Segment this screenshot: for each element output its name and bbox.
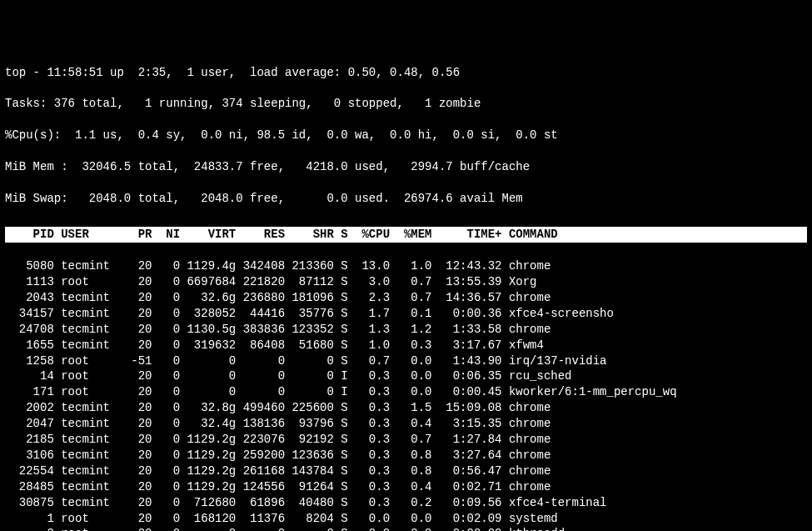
- process-row[interactable]: 34157 tecmint 20 0 328052 44416 35776 S …: [5, 306, 807, 322]
- process-row[interactable]: 1655 tecmint 20 0 319632 86408 51680 S 1…: [5, 338, 807, 353]
- process-row[interactable]: 2043 tecmint 20 0 32.6g 236880 181096 S …: [5, 290, 807, 306]
- summary-line-4: MiB Mem : 32046.5 total, 24833.7 free, 4…: [5, 159, 807, 175]
- column-header-row: PID USER PR NI VIRT RES SHR S %CPU %MEM …: [5, 227, 807, 243]
- process-row[interactable]: 1113 root 20 0 6697684 221820 87112 S 3.…: [5, 274, 807, 290]
- process-row[interactable]: 28485 tecmint 20 0 1129.2g 124556 91264 …: [5, 479, 807, 495]
- process-row[interactable]: 5080 tecmint 20 0 1129.4g 342408 213360 …: [5, 258, 807, 274]
- summary-line-1: top - 11:58:51 up 2:35, 1 user, load ave…: [5, 65, 807, 81]
- process-row[interactable]: 1258 root -51 0 0 0 0 S 0.7 0.0 1:43.90 …: [5, 353, 807, 369]
- process-row[interactable]: 2047 tecmint 20 0 32.4g 138136 93796 S 0…: [5, 416, 807, 432]
- process-row[interactable]: 171 root 20 0 0 0 0 I 0.3 0.0 0:00.45 kw…: [5, 384, 807, 400]
- process-row[interactable]: 30875 tecmint 20 0 712680 61896 40480 S …: [5, 495, 807, 511]
- summary-line-2: Tasks: 376 total, 1 running, 374 sleepin…: [5, 96, 807, 112]
- process-row[interactable]: 22554 tecmint 20 0 1129.2g 261168 143784…: [5, 463, 807, 479]
- process-row[interactable]: 2185 tecmint 20 0 1129.2g 223076 92192 S…: [5, 432, 807, 448]
- process-row[interactable]: 14 root 20 0 0 0 0 I 0.3 0.0 0:06.35 rcu…: [5, 368, 807, 384]
- process-row[interactable]: 24708 tecmint 20 0 1130.5g 383836 123352…: [5, 322, 807, 338]
- process-row[interactable]: 1 root 20 0 168120 11376 8204 S 0.0 0.0 …: [5, 511, 807, 527]
- process-row[interactable]: 2 root 20 0 0 0 0 S 0.0 0.0 0:00.00 kthr…: [5, 526, 807, 531]
- process-row[interactable]: 3106 tecmint 20 0 1129.2g 259200 123636 …: [5, 448, 807, 463]
- process-row[interactable]: 2002 tecmint 20 0 32.8g 499460 225600 S …: [5, 400, 807, 416]
- summary-line-3: %Cpu(s): 1.1 us, 0.4 sy, 0.0 ni, 98.5 id…: [5, 128, 807, 143]
- summary-line-5: MiB Swap: 2048.0 total, 2048.0 free, 0.0…: [5, 191, 807, 207]
